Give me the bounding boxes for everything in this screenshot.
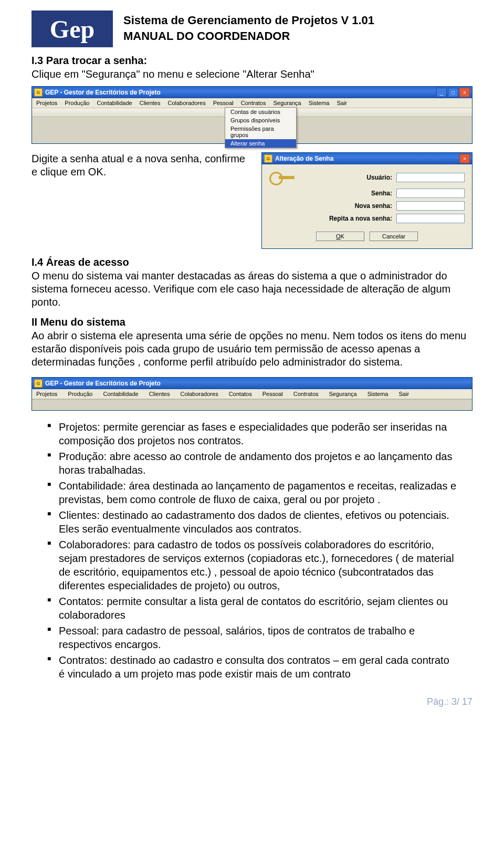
bullet-clientes: Clientes: destinado ao cadastramento dos…	[47, 508, 457, 536]
menu-sistema[interactable]: Sistema	[309, 100, 330, 106]
menu2-contatos[interactable]: Contatos	[229, 391, 252, 397]
app-titlebar: G GEP - Gestor de Escritórios de Projeto…	[32, 87, 472, 98]
section-i3-text: Clique em "Segurança" no menu e selecion…	[32, 68, 472, 81]
seguranca-dropdown: Contas de usuários Grupos disponíveis Pe…	[225, 107, 297, 148]
dialog-alteracao-senha: G Alteração de Senha × Usuário: Senha:	[261, 152, 472, 249]
app2-canvas	[32, 399, 472, 410]
section-i4-title: I.4 Áreas de acesso	[32, 256, 472, 268]
label-repita-senha: Repita a nova senha:	[329, 215, 392, 222]
app-title-text: GEP - Gestor de Escritórios de Projeto	[45, 89, 436, 96]
section-i4-text: O menu do sistema vai manter destacadas …	[32, 269, 472, 309]
input-senha[interactable]	[396, 189, 465, 198]
menu2-colaboradores[interactable]: Colaboradores	[180, 391, 218, 397]
menu-description-list: Projetos: permite gerenciar as fases e e…	[47, 420, 472, 681]
menu2-contratos[interactable]: Contratos	[293, 391, 319, 397]
header-line-1: Sistema de Gerenciamento de Projetos V 1…	[123, 13, 374, 28]
close-button[interactable]: ×	[459, 88, 470, 97]
dialog-title: Alteração de Senha	[275, 155, 459, 162]
app-icon: G	[34, 88, 43, 97]
menu-contratos[interactable]: Contratos	[241, 100, 266, 106]
section-i3-title: I.3 Para trocar a senha:	[32, 55, 472, 67]
dropdown-alterar-senha[interactable]: Alterar senha	[225, 139, 296, 148]
menu2-seguranca[interactable]: Segurança	[329, 391, 357, 397]
bullet-colaboradores: Colaboradores: para cadastro de todos os…	[47, 538, 457, 592]
page-footer: Pág.: 3/ 17	[32, 696, 472, 707]
menu-colaboradores[interactable]: Colaboradores	[167, 100, 205, 106]
minimize-button[interactable]: _	[436, 88, 447, 97]
dropdown-permissoes-grupos[interactable]: Permissões para grupos	[225, 124, 296, 139]
bullet-contratos: Contratos: destinado ao cadastro e consu…	[47, 653, 457, 681]
dialog-close-button[interactable]: ×	[459, 154, 470, 163]
bullet-producao: Produção: abre acesso ao controle de and…	[47, 450, 457, 477]
menu-projetos[interactable]: Projetos	[36, 100, 57, 106]
app2-icon: G	[34, 379, 43, 388]
menu-producao[interactable]: Produção	[65, 100, 89, 106]
screenshot-app-with-dropdown: G GEP - Gestor de Escritórios de Projeto…	[32, 86, 472, 144]
cancel-label: Cancelar	[382, 233, 405, 239]
instruction-digite-senha: Digite a senha atual e a nova senha, con…	[32, 152, 253, 179]
menu-contabilidade[interactable]: Contabilidade	[97, 100, 132, 106]
header-title-block: Sistema de Gerenciamento de Projetos V 1…	[123, 11, 374, 44]
menu2-pessoal[interactable]: Pessoal	[262, 391, 283, 397]
app2-title: GEP - Gestor de Escritórios de Projeto	[45, 380, 470, 387]
menu-clientes[interactable]: Clientes	[140, 100, 161, 106]
ok-button[interactable]: OK	[316, 232, 364, 241]
input-repita-senha[interactable]	[396, 214, 465, 223]
section-ii-title: II Menu do sistema	[32, 316, 472, 328]
cancel-button[interactable]: Cancelar	[370, 232, 418, 241]
menu2-producao[interactable]: Produção	[68, 391, 92, 397]
document-header: Gep Sistema de Gerenciamento de Projetos…	[32, 11, 472, 47]
menu2-contabilidade[interactable]: Contabilidade	[103, 391, 138, 397]
app2-menubar: Projetos Produção Contabilidade Clientes…	[32, 389, 472, 399]
menu2-sistema[interactable]: Sistema	[368, 391, 388, 397]
bullet-projetos: Projetos: permite gerenciar as fases e e…	[47, 420, 457, 447]
dialog-titlebar: G Alteração de Senha ×	[262, 153, 472, 164]
bullet-pessoal: Pessoal: para cadastro de pessoal, salár…	[47, 624, 457, 651]
app2-titlebar: G GEP - Gestor de Escritórios de Projeto	[32, 378, 472, 389]
label-senha: Senha:	[371, 190, 392, 197]
key-icon	[269, 171, 297, 184]
menu2-projetos[interactable]: Projetos	[36, 391, 57, 397]
menu2-sair[interactable]: Sair	[398, 391, 409, 397]
header-line-2: MANUAL DO COORDENADOR	[123, 28, 374, 44]
dropdown-contas-usuarios[interactable]: Contas de usuários	[225, 108, 296, 116]
menu-sair[interactable]: Sair	[337, 100, 347, 106]
input-usuario[interactable]	[396, 173, 465, 182]
logo: Gep	[32, 11, 113, 47]
label-nova-senha: Nova senha:	[355, 202, 392, 210]
section-ii-text: Ao abrir o sistema ele apresenta uma sér…	[32, 329, 472, 369]
menu-pessoal[interactable]: Pessoal	[213, 100, 234, 106]
dropdown-grupos-disponiveis[interactable]: Grupos disponíveis	[225, 116, 296, 124]
menu2-clientes[interactable]: Clientes	[149, 391, 170, 397]
bullet-contatos: Contatos: permite consultar a lista gera…	[47, 595, 457, 622]
bullet-contabilidade: Contabilidade: área destinada ao lançame…	[47, 479, 457, 506]
screenshot-menubar: G GEP - Gestor de Escritórios de Projeto…	[32, 377, 472, 411]
menu-seguranca[interactable]: Segurança	[273, 100, 301, 106]
label-usuario: Usuário:	[366, 174, 392, 181]
input-nova-senha[interactable]	[396, 201, 465, 211]
maximize-button[interactable]: □	[448, 88, 458, 97]
dialog-icon: G	[264, 154, 272, 163]
